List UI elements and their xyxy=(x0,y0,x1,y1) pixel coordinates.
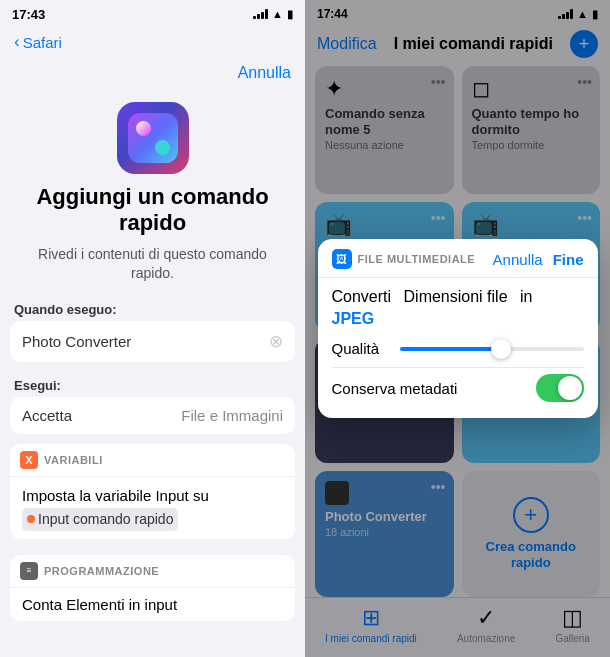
quando-label: Quando eseguo: xyxy=(0,298,305,321)
wifi-icon: ▲ xyxy=(272,8,283,20)
programmazione-label: PROGRAMMAZIONE xyxy=(44,565,159,577)
left-header: Annulla xyxy=(0,60,305,90)
clear-input-icon[interactable]: ⊗ xyxy=(269,331,283,352)
programmazione-header: ≡ PROGRAMMAZIONE xyxy=(10,555,295,588)
status-bar-left: 17:43 ▲ ▮ xyxy=(0,0,305,28)
popup-card: 🖼 FILE MULTIMEDIALE Annulla Fine Convert… xyxy=(318,239,598,418)
quando-input-row: ⊗ xyxy=(10,321,295,362)
popup-body: Converti Dimensioni file in JPEG Qualità xyxy=(318,278,598,418)
slider-fill xyxy=(400,347,501,351)
back-button[interactable]: ‹ Safari xyxy=(14,32,291,52)
chip-dot-icon xyxy=(27,515,35,523)
variabili-header: X VARIABILI xyxy=(10,444,295,477)
shortcuts-app-icon xyxy=(117,102,189,174)
annulla-button-left[interactable]: Annulla xyxy=(238,64,291,82)
conserva-toggle[interactable] xyxy=(536,374,584,402)
popup-convert-row: Converti Dimensioni file in JPEG xyxy=(332,288,584,328)
variabili-label: VARIABILI xyxy=(44,454,103,466)
popup-header-label: FILE MULTIMEDIALE xyxy=(358,253,476,265)
conserva-label: Conserva metadati xyxy=(332,380,458,397)
popup-media-icon: 🖼 xyxy=(332,249,352,269)
add-shortcut-title: Aggiungi un comando rapido xyxy=(0,184,305,245)
back-label: Safari xyxy=(23,34,62,51)
programmazione-section: ≡ PROGRAMMAZIONE Conta Elementi in input xyxy=(10,555,295,621)
programmazione-badge: ≡ xyxy=(20,562,38,580)
popup-header-left: 🖼 FILE MULTIMEDIALE xyxy=(332,249,476,269)
slider-thumb[interactable] xyxy=(491,339,511,359)
esegui-section: Accetta File e Immagini xyxy=(10,397,295,434)
left-panel: 17:43 ▲ ▮ ‹ Safari Annulla Aggiungi un c… xyxy=(0,0,305,657)
right-panel: 17:44 ▲ ▮ Modifica I miei comandi rapidi… xyxy=(305,0,610,657)
variabili-badge: X xyxy=(20,451,38,469)
esegui-right: File e Immagini xyxy=(181,407,283,424)
esegui-label: Esegui: xyxy=(0,374,305,397)
popup-fine-button[interactable]: Fine xyxy=(553,251,584,268)
popup-format-highlight[interactable]: JPEG xyxy=(332,310,375,328)
back-chevron-icon: ‹ xyxy=(14,32,20,52)
esegui-row: Accetta File e Immagini xyxy=(10,397,295,434)
add-shortcut-subtitle: Rivedi i contenuti di questo comando rap… xyxy=(0,245,305,298)
input-chip: Input comando rapido xyxy=(22,508,178,531)
shortcut-name-input[interactable] xyxy=(22,333,269,350)
battery-icon: ▮ xyxy=(287,8,293,21)
toggle-knob xyxy=(558,376,582,400)
variabili-body: Imposta la variabile Input su Input coma… xyxy=(10,477,295,539)
signal-icon xyxy=(253,9,268,19)
quality-slider[interactable] xyxy=(400,347,584,351)
status-icons-left: ▲ ▮ xyxy=(253,8,293,21)
popup-quality-label: Qualità xyxy=(332,340,392,357)
programmazione-body: Conta Elementi in input xyxy=(10,588,295,621)
popup-header: 🖼 FILE MULTIMEDIALE Annulla Fine xyxy=(318,239,598,278)
left-nav: ‹ Safari xyxy=(0,28,305,60)
app-icon-wrap xyxy=(0,90,305,184)
popup-metadata-row: Conserva metadati xyxy=(332,367,584,408)
popup-annulla-button[interactable]: Annulla xyxy=(493,251,543,268)
variabili-section: X VARIABILI Imposta la variabile Input s… xyxy=(10,444,295,539)
shortcuts-icon-inner xyxy=(128,113,178,163)
popup-actions: Annulla Fine xyxy=(493,251,584,268)
popup-overlay: 🖼 FILE MULTIMEDIALE Annulla Fine Convert… xyxy=(305,0,610,657)
popup-quality-row: Qualità xyxy=(332,340,584,357)
esegui-left: Accetta xyxy=(22,407,72,424)
time-left: 17:43 xyxy=(12,7,45,22)
